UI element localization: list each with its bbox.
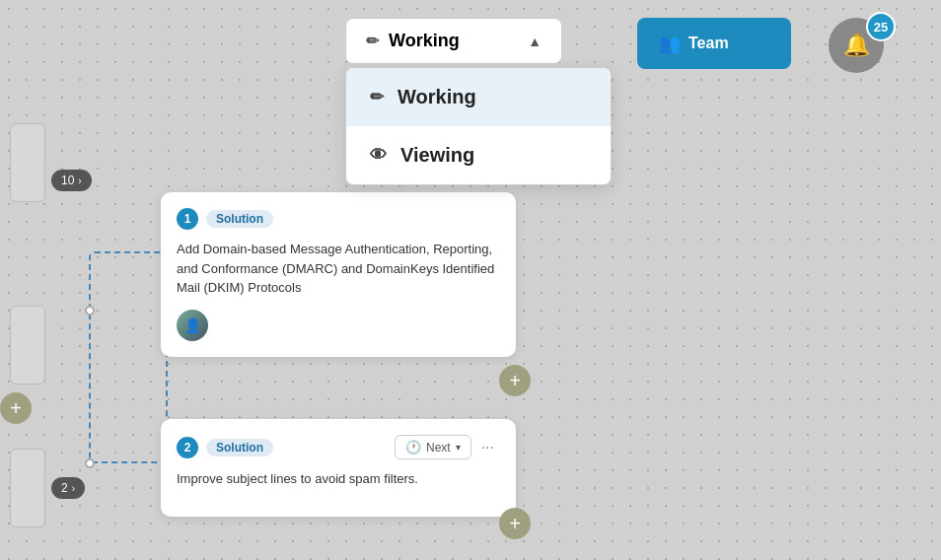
working-trigger-label: Working bbox=[389, 31, 460, 51]
team-label: Team bbox=[688, 35, 729, 52]
more-options-button[interactable]: ··· bbox=[475, 437, 500, 458]
next-label: Next bbox=[426, 441, 451, 455]
side-node-2-chevron-icon: › bbox=[72, 483, 75, 494]
card-spam-number: 2 bbox=[177, 437, 198, 458]
side-node-box-bot bbox=[10, 449, 45, 527]
add-button-left[interactable]: + bbox=[0, 392, 32, 424]
notification-badge: 25 bbox=[866, 12, 896, 41]
card-dmarc-header: 1 Solution bbox=[177, 208, 500, 230]
dashed-selection-box bbox=[89, 251, 168, 463]
side-node-10-label: 10 bbox=[61, 174, 74, 187]
add-icon-left: + bbox=[10, 397, 22, 420]
dropdown-working-pencil-icon: ✏ bbox=[370, 87, 384, 107]
avatar-dmarc: 👤 bbox=[177, 310, 208, 341]
dropdown-item-working[interactable]: ✏ Working bbox=[346, 68, 611, 126]
card-spam: 2 Solution 🕐 Next ▾ ··· Improve subject … bbox=[161, 419, 516, 517]
dropdown-viewing-label: Viewing bbox=[400, 144, 474, 167]
notification-count: 25 bbox=[874, 20, 888, 35]
working-mode-trigger[interactable]: ✏ Working ▲ bbox=[345, 18, 562, 64]
side-node-box-mid bbox=[10, 306, 45, 385]
working-pencil-icon: ✏ bbox=[366, 32, 379, 50]
clock-icon: 🕐 bbox=[405, 440, 421, 455]
card-dmarc-badge: Solution bbox=[206, 210, 273, 228]
chevron-up-icon: ▲ bbox=[528, 34, 542, 49]
card-spam-left: 2 Solution bbox=[177, 437, 273, 458]
card-dmarc-text: Add Domain-based Message Authentication,… bbox=[177, 240, 500, 298]
mode-dropdown: ✏ Working 👁 Viewing bbox=[345, 67, 612, 185]
side-node-2[interactable]: 2 › bbox=[51, 477, 85, 499]
add-button-bottom[interactable]: + bbox=[499, 508, 531, 539]
bell-icon: 🔔 bbox=[843, 33, 870, 58]
add-icon-bottom: + bbox=[509, 513, 521, 535]
side-node-2-label: 2 bbox=[61, 481, 68, 495]
next-button[interactable]: 🕐 Next ▾ bbox=[395, 435, 471, 459]
card-spam-badge: Solution bbox=[206, 439, 273, 456]
add-button-between-cards[interactable]: + bbox=[499, 365, 531, 396]
dropdown-viewing-eye-icon: 👁 bbox=[370, 146, 387, 166]
card-spam-header: 2 Solution 🕐 Next ▾ ··· bbox=[177, 435, 500, 459]
next-chevron-icon: ▾ bbox=[456, 442, 461, 453]
side-node-10-chevron-icon: › bbox=[78, 175, 81, 186]
side-node-box-top bbox=[10, 123, 45, 202]
add-icon-between: + bbox=[509, 370, 521, 392]
dots-icon: ··· bbox=[481, 439, 494, 455]
connector-dot-left bbox=[85, 306, 95, 315]
team-button[interactable]: 👥 Team bbox=[637, 18, 791, 69]
side-node-10[interactable]: 10 › bbox=[51, 170, 92, 191]
connector-dot-right bbox=[85, 458, 95, 468]
card-dmarc-number: 1 bbox=[177, 208, 198, 230]
card-dmarc: 1 Solution Add Domain-based Message Auth… bbox=[161, 192, 516, 357]
dropdown-working-label: Working bbox=[398, 86, 476, 108]
add-person-icon: 👥 bbox=[659, 33, 681, 54]
dropdown-item-viewing[interactable]: 👁 Viewing bbox=[346, 126, 611, 184]
card-spam-text: Improve subject lines to avoid spam filt… bbox=[177, 469, 500, 489]
